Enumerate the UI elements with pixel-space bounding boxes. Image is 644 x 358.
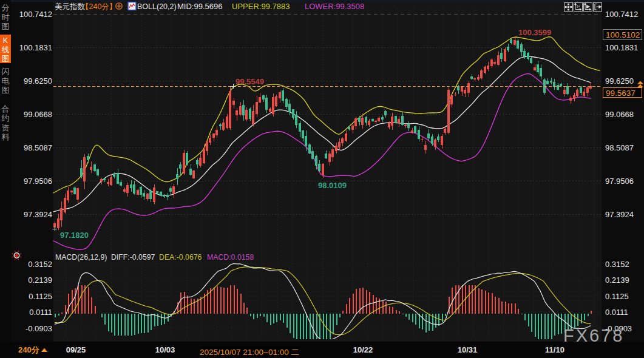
svg-text:97.3924: 97.3924	[605, 210, 634, 219]
svg-text:100.1831: 100.1831	[605, 43, 638, 52]
svg-text:-0.0903: -0.0903	[25, 324, 52, 333]
svg-text:0.3152: 0.3152	[28, 260, 52, 269]
svg-text:99.6250: 99.6250	[24, 76, 52, 86]
svg-text:11/10: 11/10	[545, 345, 564, 354]
svg-text:DIFF:-0.0597: DIFF:-0.0597	[111, 253, 155, 262]
svg-text:图: 图	[2, 55, 10, 63]
svg-text:MACD:0.0158: MACD:0.0158	[207, 253, 254, 262]
svg-text:10/31: 10/31	[458, 345, 478, 354]
svg-text:合: 合	[2, 104, 10, 113]
svg-text:0.1125: 0.1125	[605, 292, 629, 301]
svg-text:98.0109: 98.0109	[318, 181, 347, 190]
svg-text:97.9506: 97.9506	[605, 177, 634, 186]
svg-text:99.0668: 99.0668	[24, 110, 52, 119]
svg-text:BOLL(20,2): BOLL(20,2)	[137, 2, 177, 11]
svg-text:DEA:-0.0676: DEA:-0.0676	[159, 253, 202, 262]
svg-text:99.5637: 99.5637	[606, 89, 636, 98]
svg-text:97.1820: 97.1820	[60, 231, 89, 240]
svg-text:97.9506: 97.9506	[24, 177, 52, 186]
svg-text:图: 图	[2, 22, 10, 31]
svg-text:0.3152: 0.3152	[605, 260, 629, 269]
svg-text:100.7412: 100.7412	[605, 10, 638, 19]
svg-text:0.1125: 0.1125	[29, 292, 52, 301]
svg-text:约: 约	[2, 113, 10, 123]
svg-text:100.3599: 100.3599	[518, 28, 551, 37]
svg-text:100.7412: 100.7412	[19, 10, 52, 19]
svg-text:99.5549: 99.5549	[236, 77, 264, 86]
svg-text:240分: 240分	[18, 345, 40, 354]
svg-text:分: 分	[2, 3, 10, 12]
svg-text:10/03: 10/03	[155, 345, 175, 354]
svg-text:0.2139: 0.2139	[28, 275, 52, 285]
svg-text:线: 线	[2, 46, 10, 54]
svg-text:电: 电	[2, 76, 10, 86]
svg-text:0.0111: 0.0111	[29, 308, 52, 317]
svg-text:LOWER:99.3508: LOWER:99.3508	[305, 2, 364, 11]
svg-text:0.2139: 0.2139	[605, 275, 629, 285]
svg-text:99.0668: 99.0668	[605, 110, 634, 119]
svg-text:图: 图	[2, 86, 10, 95]
svg-text:【240分】: 【240分】	[81, 2, 117, 11]
svg-text:FX678: FX678	[563, 326, 624, 345]
svg-text:闪: 闪	[2, 67, 10, 76]
svg-text:2025/10/07 21:00~01:00 二: 2025/10/07 21:00~01:00 二	[200, 348, 299, 357]
svg-text:料: 料	[2, 132, 10, 141]
svg-text:MACD(26,12,9): MACD(26,12,9)	[55, 253, 107, 262]
svg-text:K: K	[3, 36, 8, 45]
svg-text:97.3924: 97.3924	[24, 210, 52, 219]
svg-text:美元指数: 美元指数	[55, 2, 86, 11]
svg-text:98.5087: 98.5087	[605, 143, 634, 152]
svg-text:100.1831: 100.1831	[19, 43, 52, 52]
svg-text:99.6250: 99.6250	[605, 76, 634, 86]
svg-text:100.5102: 100.5102	[606, 30, 640, 39]
svg-text:09/25: 09/25	[66, 345, 86, 354]
svg-text:MID:99.5696: MID:99.5696	[177, 2, 222, 11]
svg-text:98.5087: 98.5087	[24, 143, 52, 152]
svg-text:0.0111: 0.0111	[605, 308, 628, 317]
svg-text:资: 资	[2, 123, 10, 132]
svg-text:UPPER:99.7883: UPPER:99.7883	[232, 2, 290, 11]
svg-text:10/22: 10/22	[353, 345, 373, 354]
svg-text:时: 时	[2, 13, 10, 22]
